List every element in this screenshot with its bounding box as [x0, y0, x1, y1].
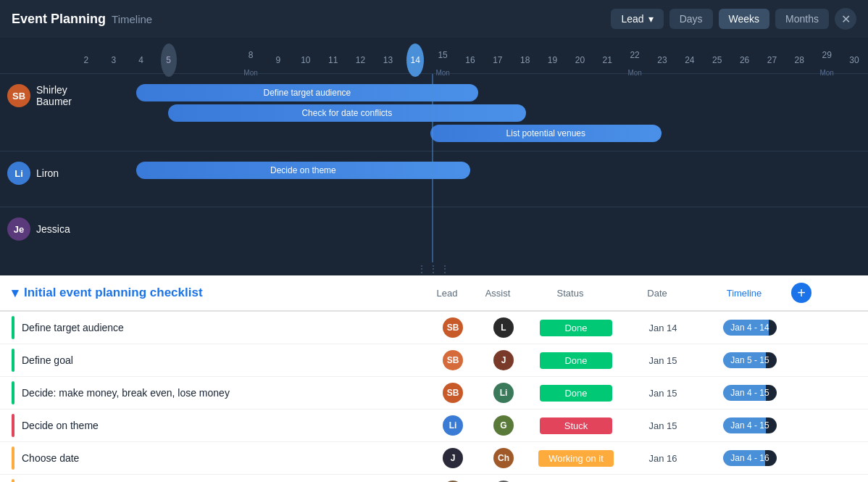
- task-indicator: [12, 316, 14, 339]
- app-title: Event Planning: [12, 12, 106, 27]
- task-status-cell[interactable]: Stuck: [529, 417, 623, 434]
- task-row[interactable]: Choose date J Ch Working on it Jan 16 Ja…: [0, 442, 868, 475]
- task-timeline-cell[interactable]: Jan 4 - 15: [703, 385, 797, 401]
- task-status-cell[interactable]: Working on it: [529, 450, 623, 467]
- header-controls: Lead ▾ Days Weeks Months ✕: [611, 8, 856, 30]
- resize-divider[interactable]: ⋮⋮⋮: [0, 262, 868, 275]
- task-row[interactable]: Decide: make money, break even, lose mon…: [0, 377, 868, 410]
- person-row-liron: Li Liron Decide on theme: [0, 151, 868, 207]
- assist-avatar: J: [493, 350, 514, 370]
- task-name: Decide: make money, break even, lose mon…: [22, 387, 427, 399]
- task-indicator: [12, 349, 14, 372]
- avatar-liron: Li: [7, 162, 30, 185]
- task-lead-cell: J: [427, 448, 478, 468]
- status-badge: Working on it: [538, 450, 614, 467]
- list-title-text: Initial event planning checklist: [24, 286, 203, 300]
- timeline-badge: Jan 4 - 15: [723, 417, 776, 433]
- task-cols: SB L Done Jan 14 Jan 4 - 14: [427, 317, 862, 338]
- person-label-liron: Li Liron: [0, 162, 72, 185]
- timeline-badge: Jan 4 - 14: [723, 320, 776, 336]
- col-header-date: Date: [617, 288, 697, 299]
- task-lead-cell: SB: [427, 317, 478, 338]
- add-task-button[interactable]: +: [791, 283, 811, 303]
- task-indicator: [12, 479, 14, 482]
- lead-avatar: SB: [443, 317, 463, 338]
- timeline-badge: Jan 5 - 15: [723, 352, 776, 368]
- gantt-shirley: Define target audience Check for date co…: [72, 80, 868, 145]
- task-status-cell[interactable]: Done: [529, 352, 623, 369]
- list-section: ▾ Initial event planning checklist Lead …: [0, 275, 868, 482]
- lead-button[interactable]: Lead ▾: [611, 9, 663, 29]
- task-assist-cell: Li: [478, 383, 529, 403]
- col-header-lead: Lead: [422, 288, 472, 299]
- task-row[interactable]: Define goal SB J Done Jan 15 Jan 5 - 15: [0, 344, 868, 377]
- task-timeline-cell[interactable]: Jan 5 - 15: [703, 352, 797, 368]
- status-badge: Done: [540, 385, 612, 402]
- task-timeline-cell[interactable]: Jan 4 - 16: [703, 450, 797, 466]
- date-row: 2 3 4 5 8 Mon 9 10 11 12 13 14 15 Mon 16…: [0, 38, 868, 74]
- timeline-badge: Jan 4 - 16: [723, 450, 776, 466]
- task-name: Decide on theme: [22, 420, 427, 431]
- assist-avatar: L: [493, 317, 514, 338]
- task-lead-cell: SB: [427, 383, 478, 403]
- days-button[interactable]: Days: [669, 9, 713, 29]
- task-cols: SB Li Done Jan 15 Jan 4 - 15: [427, 383, 862, 403]
- task-row[interactable]: Check for date conflicts SB Li Working o…: [0, 475, 868, 482]
- gantt-liron: Decide on theme: [72, 157, 868, 201]
- status-badge: Done: [540, 352, 612, 369]
- person-label-jessica: Je Jessica: [0, 217, 72, 241]
- divider-handle: ⋮⋮⋮: [417, 263, 451, 275]
- task-row[interactable]: Decide on theme Li G Stuck Jan 15 Jan 4 …: [0, 410, 868, 442]
- chevron-down-icon: ▾: [648, 13, 654, 25]
- task-date-cell: Jan 15: [623, 388, 703, 399]
- assist-avatar: Ch: [493, 448, 514, 468]
- list-title-area: ▾ Initial event planning checklist: [12, 285, 422, 301]
- bar-define-target[interactable]: Define target audience: [136, 84, 478, 101]
- bar-date-conflicts[interactable]: Check for date conflicts: [168, 104, 526, 122]
- task-cols: SB J Done Jan 15 Jan 5 - 15: [427, 350, 862, 370]
- task-assist-cell: Ch: [478, 448, 529, 468]
- task-date-cell: Jan 16: [623, 453, 703, 464]
- task-status-cell[interactable]: Done: [529, 320, 623, 336]
- app-subtitle: Timeline: [112, 13, 152, 25]
- bar-decide-theme[interactable]: Decide on theme: [136, 162, 470, 179]
- task-timeline-cell[interactable]: Jan 4 - 15: [703, 417, 797, 433]
- task-cols: Li G Stuck Jan 15 Jan 4 - 15: [427, 415, 862, 436]
- task-date-cell: Jan 14: [623, 323, 703, 333]
- task-assist-cell: L: [478, 317, 529, 338]
- bar-venues[interactable]: List potential venues: [430, 125, 661, 142]
- task-assist-cell: G: [478, 415, 529, 436]
- assist-avatar: G: [493, 415, 514, 436]
- task-date-cell: Jan 15: [623, 420, 703, 431]
- task-assist-cell: J: [478, 350, 529, 370]
- assist-avatar: Li: [493, 383, 514, 403]
- task-date-cell: Jan 15: [623, 355, 703, 366]
- task-status-cell[interactable]: Done: [529, 385, 623, 402]
- task-name: Choose date: [22, 452, 427, 464]
- task-indicator: [12, 446, 14, 470]
- task-indicator: [12, 381, 14, 404]
- avatar-shirley: SB: [7, 84, 30, 107]
- list-header: ▾ Initial event planning checklist Lead …: [0, 275, 868, 312]
- task-name: Define target audience: [22, 322, 427, 333]
- task-row[interactable]: Define target audience SB L Done Jan 14 …: [0, 312, 868, 344]
- avatar-jessica: Je: [7, 217, 30, 241]
- person-row-shirley: SB Shirley Baumer Define target audience…: [0, 74, 868, 151]
- timeline-badge: Jan 4 - 15: [723, 385, 776, 401]
- col-header-status: Status: [523, 288, 617, 299]
- task-timeline-cell[interactable]: Jan 4 - 14: [703, 320, 797, 336]
- task-lead-cell: Li: [427, 415, 478, 436]
- col-header-assist: Assist: [472, 288, 523, 299]
- person-label-shirley: SB Shirley Baumer: [0, 84, 72, 107]
- lead-avatar: J: [443, 448, 463, 468]
- weeks-button[interactable]: Weeks: [719, 9, 770, 29]
- expand-icon[interactable]: ▾: [12, 285, 18, 301]
- months-button[interactable]: Months: [775, 9, 829, 29]
- app-header: Event Planning Timeline Lead ▾ Days Week…: [0, 0, 868, 38]
- close-button[interactable]: ✕: [835, 8, 856, 30]
- task-indicator: [12, 414, 14, 437]
- task-name: Define goal: [22, 354, 427, 366]
- lead-avatar: SB: [443, 383, 463, 403]
- task-cols: J Ch Working on it Jan 16 Jan 4 - 16: [427, 448, 862, 468]
- status-badge: Stuck: [540, 417, 612, 434]
